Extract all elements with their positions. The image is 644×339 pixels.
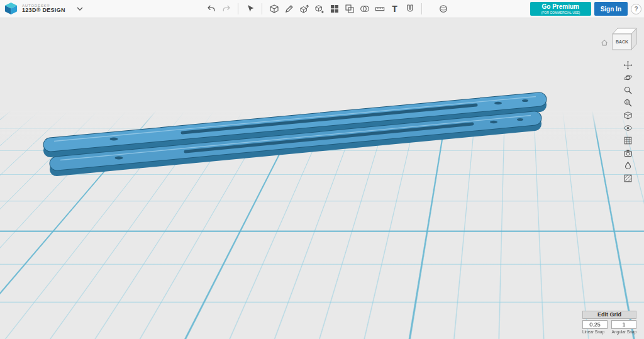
material-paint-icon[interactable] — [621, 160, 634, 171]
zoom-window-icon[interactable] — [621, 97, 634, 108]
pan-icon[interactable] — [621, 59, 634, 70]
app-logo-icon — [4, 1, 18, 16]
home-view-icon[interactable] — [601, 38, 608, 49]
rear-hole — [494, 102, 502, 104]
toolbar-divider — [421, 3, 422, 14]
linear-snap-label: Linear Snap — [582, 330, 604, 334]
header-actions: Go Premium (FOR COMMERCIAL USE) Sign In … — [530, 2, 641, 16]
orbit-icon[interactable] — [621, 72, 634, 83]
combine-tool-icon[interactable] — [358, 3, 370, 15]
pattern-tool-icon[interactable] — [328, 3, 340, 15]
transform-tool-icon[interactable] — [244, 3, 256, 15]
brand-product: 123D® DESIGN — [22, 8, 65, 13]
primitives-tool-icon[interactable] — [268, 3, 280, 15]
sign-in-button[interactable]: Sign In — [594, 2, 628, 16]
viewport-3d[interactable]: BACK Edit Grid Linear Snap Angular Snap — [0, 18, 644, 339]
text-tool-icon[interactable]: T — [389, 3, 401, 15]
go-premium-sublabel: (FOR COMMERCIAL USE) — [541, 11, 580, 14]
view-cube[interactable]: BACK — [610, 25, 639, 52]
go-premium-button[interactable]: Go Premium (FOR COMMERCIAL USE) — [530, 2, 591, 16]
navigation-toolbar — [621, 59, 634, 184]
help-button[interactable]: ? — [631, 4, 641, 14]
go-premium-label: Go Premium — [542, 4, 579, 10]
visibility-icon[interactable] — [621, 122, 634, 133]
rear-hole — [522, 99, 528, 102]
redo-icon[interactable] — [220, 3, 232, 15]
front-hole — [115, 157, 123, 160]
app-menu-chevron-icon[interactable] — [77, 7, 83, 11]
toolbar-divider — [238, 3, 238, 14]
main-toolbar: T — [205, 0, 449, 18]
viewcube-face-label: BACK — [616, 40, 628, 44]
angular-snap-label: Angular Snap — [612, 330, 636, 334]
model-plates[interactable] — [0, 18, 644, 339]
rear-hole — [110, 138, 118, 141]
material-tool-icon[interactable] — [437, 3, 449, 15]
grid-snap-panel: Edit Grid Linear Snap Angular Snap — [582, 308, 636, 334]
zoom-icon[interactable] — [621, 84, 634, 96]
linear-snap-input[interactable] — [582, 320, 608, 329]
snap-tool-icon[interactable] — [404, 3, 416, 15]
top-toolbar: AUTODESK® 123D® DESIGN T Go Premium (FOR… — [0, 0, 644, 18]
display-settings-icon[interactable] — [621, 135, 634, 146]
modify-tool-icon[interactable] — [313, 3, 325, 15]
screenshot-icon[interactable] — [621, 147, 634, 158]
toolbar-divider — [262, 3, 262, 14]
front-hole — [490, 121, 497, 123]
sketch-tool-icon[interactable] — [283, 3, 295, 15]
grouping-tool-icon[interactable] — [343, 3, 355, 15]
sketch-visibility-icon[interactable] — [621, 172, 634, 184]
viewcube-area: BACK — [601, 25, 639, 52]
front-hole — [517, 118, 523, 121]
view-settings-icon[interactable] — [621, 109, 634, 121]
edit-grid-button[interactable]: Edit Grid — [582, 311, 636, 319]
construct-tool-icon[interactable] — [298, 3, 310, 15]
undo-icon[interactable] — [205, 3, 217, 15]
app-brand: AUTODESK® 123D® DESIGN — [4, 1, 83, 16]
measure-tool-icon[interactable] — [374, 3, 386, 15]
angular-snap-input[interactable] — [611, 320, 636, 329]
